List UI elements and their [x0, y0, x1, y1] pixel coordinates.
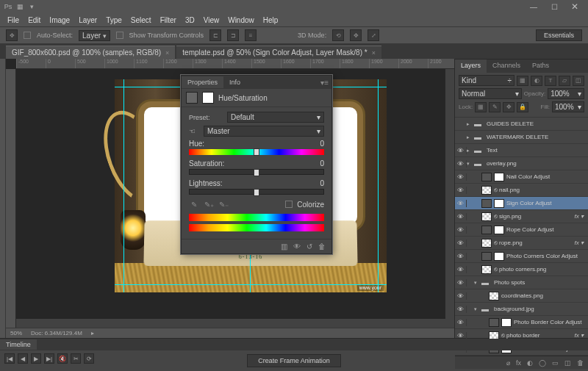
- layer-row[interactable]: 👁▸▬Text: [455, 144, 588, 157]
- visibility-toggle[interactable]: 👁: [455, 173, 467, 181]
- layer-row[interactable]: 👁Photo Corners Color Adjust: [455, 250, 588, 263]
- menu-edit[interactable]: Edit: [28, 16, 40, 24]
- filter-adjust-icon[interactable]: ◐: [531, 76, 542, 86]
- layer-row[interactable]: 👁Nail Color Adjust: [455, 170, 588, 184]
- layer-name[interactable]: nail.png: [499, 187, 586, 193]
- visibility-toggle[interactable]: 👁: [455, 332, 467, 339]
- align-icon-2[interactable]: ⊐: [227, 29, 239, 41]
- dropdown-icon[interactable]: ▾: [26, 1, 37, 12]
- tab-properties[interactable]: Properties: [182, 76, 223, 88]
- document-tab[interactable]: template.psd @ 50% (Sign Color Adjust, L…: [176, 46, 381, 59]
- guide-horizontal[interactable]: [115, 284, 387, 285]
- timeline-next-icon[interactable]: ▶|: [44, 353, 54, 364]
- close-tab-icon[interactable]: ×: [165, 49, 169, 57]
- visibility-toggle[interactable]: 👁: [455, 200, 467, 207]
- visibility-toggle[interactable]: 👁: [455, 279, 467, 287]
- tab-layers[interactable]: Layers: [455, 60, 487, 73]
- layer-row[interactable]: 👁▾▬Photo spots: [455, 276, 588, 289]
- visibility-toggle[interactable]: 👁: [455, 292, 467, 300]
- view-previous-icon[interactable]: 👁: [293, 242, 301, 251]
- lock-all-icon[interactable]: 🔒: [517, 102, 528, 112]
- align-icon-3[interactable]: ≡: [245, 29, 257, 41]
- fx-badge[interactable]: fx ▾: [573, 213, 586, 220]
- hue-value[interactable]: 0: [320, 140, 324, 148]
- visibility-toggle[interactable]: 👁: [455, 147, 467, 154]
- close-button[interactable]: ✕: [564, 0, 585, 13]
- menu-type[interactable]: Type: [106, 16, 122, 24]
- fx-badge[interactable]: fx ▾: [573, 332, 586, 339]
- timeline-audio-icon[interactable]: 🔇: [57, 353, 68, 364]
- layer-name[interactable]: WATERMARK DELETE: [487, 134, 586, 140]
- tab-channels[interactable]: Channels: [487, 60, 526, 73]
- timeline-play-icon[interactable]: ▶: [31, 353, 41, 364]
- clip-icon[interactable]: ▥: [281, 242, 287, 251]
- layer-name[interactable]: photo corners.png: [499, 266, 586, 273]
- layer-name[interactable]: GUIDES DELETE: [487, 120, 586, 127]
- visibility-toggle[interactable]: 👁: [455, 319, 467, 326]
- fx-badge[interactable]: fx ▾: [573, 239, 586, 246]
- filter-shape-icon[interactable]: ▱: [559, 76, 570, 86]
- layer-name[interactable]: rope.png: [499, 239, 573, 246]
- show-transform-checkbox[interactable]: [116, 32, 123, 39]
- opacity-input[interactable]: 100%▾: [548, 88, 584, 99]
- filter-type-icon[interactable]: T: [545, 76, 556, 86]
- auto-select-dropdown[interactable]: Layer ▾: [79, 30, 110, 41]
- visibility-toggle[interactable]: 👁: [455, 239, 467, 247]
- timeline-prev-icon[interactable]: ◀: [18, 353, 28, 364]
- layer-name[interactable]: photo border: [506, 332, 573, 339]
- visibility-toggle[interactable]: 👁: [455, 226, 467, 234]
- lightness-slider[interactable]: [189, 189, 324, 195]
- filter-pixel-icon[interactable]: ▦: [517, 76, 528, 86]
- document-tab[interactable]: GIF_800x600.psd @ 100% (samples, RGB/8)×: [6, 46, 175, 59]
- menu-image[interactable]: Image: [49, 16, 70, 24]
- menu-window[interactable]: Window: [228, 16, 254, 24]
- preset-dropdown[interactable]: Default▾: [227, 112, 324, 123]
- layer-name[interactable]: Photo Corners Color Adjust: [506, 253, 586, 259]
- layer-name[interactable]: Rope Color Adjust: [506, 226, 586, 233]
- hue-slider[interactable]: [189, 149, 324, 155]
- guide-vertical[interactable]: [378, 79, 379, 292]
- lock-pixels-icon[interactable]: ✎: [489, 102, 501, 112]
- menu-select[interactable]: Select: [131, 16, 151, 24]
- visibility-toggle[interactable]: 👁: [455, 266, 467, 273]
- tab-timeline[interactable]: Timeline: [0, 339, 37, 350]
- layer-row[interactable]: ▸▬GUIDES DELETE: [455, 118, 588, 131]
- layer-name[interactable]: Text: [487, 147, 586, 154]
- saturation-slider[interactable]: [189, 169, 324, 175]
- channel-dropdown[interactable]: Master▾: [204, 126, 324, 137]
- layer-name[interactable]: Nail Color Adjust: [506, 173, 586, 180]
- layer-row[interactable]: 👁▾▬overlay.png: [455, 157, 588, 170]
- lightness-value[interactable]: 0: [320, 179, 324, 187]
- bridge-icon[interactable]: ▦: [15, 1, 25, 12]
- delete-adjustment-icon[interactable]: 🗑: [318, 242, 326, 251]
- visibility-toggle[interactable]: 👁: [455, 160, 467, 168]
- saturation-value[interactable]: 0: [320, 159, 324, 168]
- panel-menu-icon[interactable]: ▾≡: [318, 79, 331, 87]
- align-icon-1[interactable]: ⊏: [209, 29, 221, 41]
- slider-thumb[interactable]: [254, 189, 259, 196]
- zoom-level[interactable]: 50%: [10, 330, 22, 336]
- layer-name[interactable]: Photo spots: [494, 279, 586, 286]
- colorize-checkbox[interactable]: [285, 201, 293, 208]
- vertical-scrollbar[interactable]: [445, 69, 454, 319]
- eyedropper-icon[interactable]: ✎: [189, 199, 199, 209]
- visibility-toggle[interactable]: 👁: [455, 213, 467, 220]
- mode3d-icon-2[interactable]: ✥: [350, 29, 362, 41]
- layer-name[interactable]: overlay.png: [487, 160, 586, 167]
- auto-select-checkbox[interactable]: [24, 32, 31, 39]
- visibility-toggle[interactable]: 👁: [455, 187, 467, 194]
- filter-smart-icon[interactable]: ◫: [573, 76, 584, 86]
- layer-row[interactable]: 👁▾▬background.jpg: [455, 303, 588, 316]
- fill-input[interactable]: 100%▾: [552, 101, 584, 112]
- mode3d-icon-3[interactable]: ⤢: [368, 29, 379, 41]
- eyedropper-plus-icon[interactable]: ✎₊: [204, 199, 214, 209]
- layer-name[interactable]: Photo Border Color Adjust: [514, 319, 586, 325]
- timeline-transition-icon[interactable]: ⟳: [84, 353, 94, 364]
- guide-vertical[interactable]: [123, 79, 124, 292]
- layer-row[interactable]: 👁Rope Color Adjust: [455, 223, 588, 237]
- layer-row[interactable]: 👁⎋photo corners.png: [455, 263, 588, 276]
- layer-row[interactable]: ▸▬WATERMARK DELETE: [455, 131, 588, 144]
- tools-panel[interactable]: [0, 59, 6, 338]
- menu-help[interactable]: Help: [263, 16, 279, 24]
- tab-info[interactable]: Info: [223, 76, 246, 88]
